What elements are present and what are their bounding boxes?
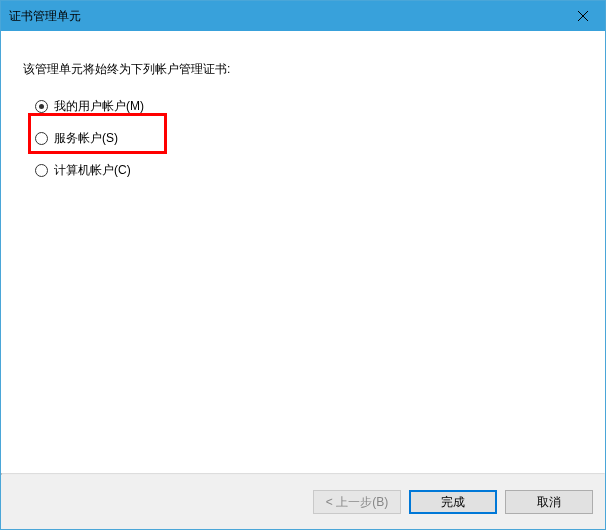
window-title: 证书管理单元 [1,8,81,25]
radio-icon [35,164,48,177]
wizard-window: 证书管理单元 该管理单元将始终为下列帐户管理证书: 我的用户帐户(M) 服务帐户… [0,0,606,530]
radio-icon [35,100,48,113]
radio-icon [35,132,48,145]
close-icon [578,11,588,21]
radio-computer-account[interactable]: 计算机帐户(C) [35,160,583,180]
back-button: < 上一步(B) [313,490,401,514]
radio-label: 服务帐户(S) [54,130,118,147]
radio-my-user-account[interactable]: 我的用户帐户(M) [35,96,583,116]
finish-button[interactable]: 完成 [409,490,497,514]
wizard-body: 该管理单元将始终为下列帐户管理证书: 我的用户帐户(M) 服务帐户(S) 计算机… [1,31,605,473]
radio-service-account[interactable]: 服务帐户(S) [35,128,583,148]
radio-label: 我的用户帐户(M) [54,98,144,115]
account-options: 我的用户帐户(M) 服务帐户(S) 计算机帐户(C) [23,96,583,180]
cancel-button[interactable]: 取消 [505,490,593,514]
radio-label: 计算机帐户(C) [54,162,131,179]
titlebar: 证书管理单元 [1,1,605,31]
prompt-text: 该管理单元将始终为下列帐户管理证书: [23,61,583,78]
close-button[interactable] [560,1,605,31]
wizard-footer: < 上一步(B) 完成 取消 [1,475,605,529]
